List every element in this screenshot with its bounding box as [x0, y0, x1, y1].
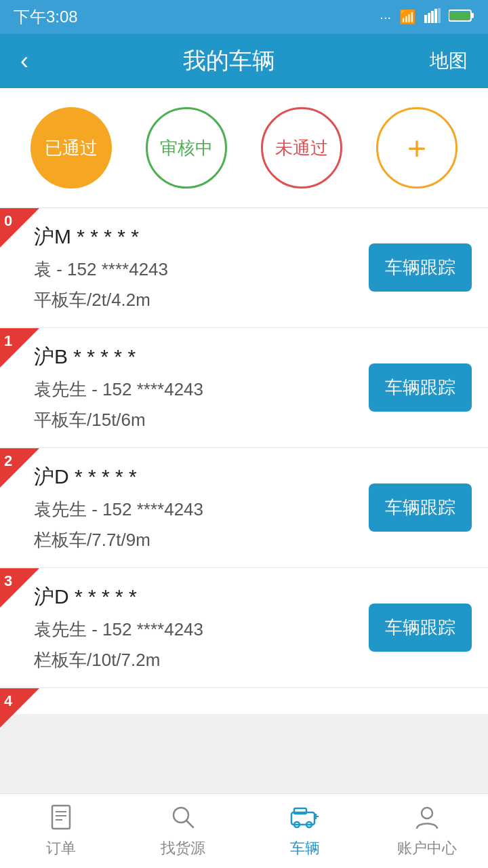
vehicle-item: 3 沪D * * * * * 袁先生 - 152 ****4243 栏板车/10… [0, 568, 488, 687]
account-icon [414, 804, 440, 834]
vehicle-item-partial: 4 [0, 688, 488, 714]
svg-rect-0 [424, 15, 427, 23]
filter-reviewing[interactable]: 审核中 [146, 107, 227, 189]
svg-rect-3 [434, 9, 437, 23]
nav-item-account[interactable]: 账户中心 [366, 794, 488, 868]
svg-rect-7 [450, 12, 470, 20]
track-button-0[interactable]: 车辆跟踪 [369, 243, 472, 292]
track-button-1[interactable]: 车辆跟踪 [369, 363, 472, 412]
nav-label-orders: 订单 [46, 838, 76, 859]
track-button-2[interactable]: 车辆跟踪 [369, 484, 472, 532]
track-button-3[interactable]: 车辆跟踪 [369, 604, 472, 652]
index-num-partial: 4 [4, 692, 12, 710]
signal-icon [424, 8, 441, 26]
index-num-0: 0 [4, 212, 12, 230]
vehicle-info-3: 沪D * * * * * 袁先生 - 152 ****4243 栏板车/10t/… [0, 568, 352, 687]
status-time: 下午3:08 [14, 6, 78, 28]
nav-label-vehicles: 车辆 [290, 838, 320, 859]
dots-icon: ··· [380, 9, 391, 25]
vehicle-plate-0: 沪M * * * * * [34, 223, 339, 251]
battery-icon [449, 9, 474, 26]
vehicle-type-1: 平板车/15t/6m [34, 408, 339, 432]
vehicle-type-0: 平板车/2t/4.2m [34, 288, 339, 312]
nav-label-findcargo: 找货源 [161, 838, 205, 859]
svg-rect-6 [471, 13, 474, 18]
map-button[interactable]: 地图 [430, 48, 468, 74]
filter-approved[interactable]: 已通过 [30, 107, 112, 189]
wifi-icon: 📶 [399, 9, 416, 25]
header: ‹ 我的车辆 地图 [0, 34, 488, 88]
vehicle-item: 2 沪D * * * * * 袁先生 - 152 ****4243 栏板车/7.… [0, 448, 488, 567]
vehicle-contact-1: 袁先生 - 152 ****4243 [34, 378, 339, 401]
vehicle-type-2: 栏板车/7.7t/9m [34, 528, 339, 552]
vehicle-plate-2: 沪D * * * * * [34, 463, 339, 491]
vehicle-list: 0 沪M * * * * * 袁 - 152 ****4243 平板车/2t/4… [0, 208, 488, 714]
svg-line-13 [186, 821, 193, 827]
vehicle-action-3: 车辆跟踪 [352, 568, 488, 687]
page-title: 我的车辆 [183, 45, 275, 77]
vehicle-plate-3: 沪D * * * * * [34, 583, 339, 611]
vehicles-icon [290, 804, 320, 834]
vehicle-action-2: 车辆跟踪 [352, 448, 488, 567]
vehicle-contact-0: 袁 - 152 ****4243 [34, 258, 339, 281]
findcargo-icon [170, 804, 196, 834]
index-num-2: 2 [4, 452, 12, 470]
vehicle-item: 1 沪B * * * * * 袁先生 - 152 ****4243 平板车/15… [0, 328, 488, 447]
vehicle-action-0: 车辆跟踪 [352, 208, 488, 327]
nav-item-findcargo[interactable]: 找货源 [122, 794, 244, 868]
vehicle-type-3: 栏板车/10t/7.2m [34, 648, 339, 672]
vehicle-action-1: 车辆跟踪 [352, 328, 488, 447]
svg-rect-4 [438, 8, 441, 23]
svg-rect-2 [431, 11, 434, 23]
svg-point-20 [422, 808, 432, 818]
status-bar: 下午3:08 ··· 📶 [0, 0, 488, 34]
vehicle-plate-1: 沪B * * * * * [34, 343, 339, 371]
vehicle-info-2: 沪D * * * * * 袁先生 - 152 ****4243 栏板车/7.7t… [0, 448, 352, 567]
status-icons: ··· 📶 [380, 8, 474, 26]
back-button[interactable]: ‹ [20, 47, 28, 75]
vehicle-contact-2: 袁先生 - 152 ****4243 [34, 498, 339, 521]
vehicle-info-0: 沪M * * * * * 袁 - 152 ****4243 平板车/2t/4.2… [0, 208, 352, 327]
filter-rejected[interactable]: 未通过 [261, 107, 342, 189]
svg-rect-15 [294, 808, 306, 814]
nav-item-orders[interactable]: 订单 [0, 794, 122, 868]
svg-rect-1 [428, 13, 430, 23]
index-num-1: 1 [4, 332, 12, 350]
bottom-nav: 订单 找货源 车辆 [0, 793, 488, 868]
nav-label-account: 账户中心 [397, 838, 457, 859]
orders-icon [48, 804, 74, 834]
vehicle-contact-3: 袁先生 - 152 ****4243 [34, 618, 339, 642]
vehicle-info-1: 沪B * * * * * 袁先生 - 152 ****4243 平板车/15t/… [0, 328, 352, 447]
vehicle-item: 0 沪M * * * * * 袁 - 152 ****4243 平板车/2t/4… [0, 208, 488, 327]
nav-item-vehicles[interactable]: 车辆 [244, 794, 366, 868]
filter-row: 已通过 审核中 未通过 + [0, 88, 488, 208]
svg-rect-8 [52, 806, 70, 829]
index-num-3: 3 [4, 572, 12, 590]
filter-add[interactable]: + [376, 107, 458, 189]
